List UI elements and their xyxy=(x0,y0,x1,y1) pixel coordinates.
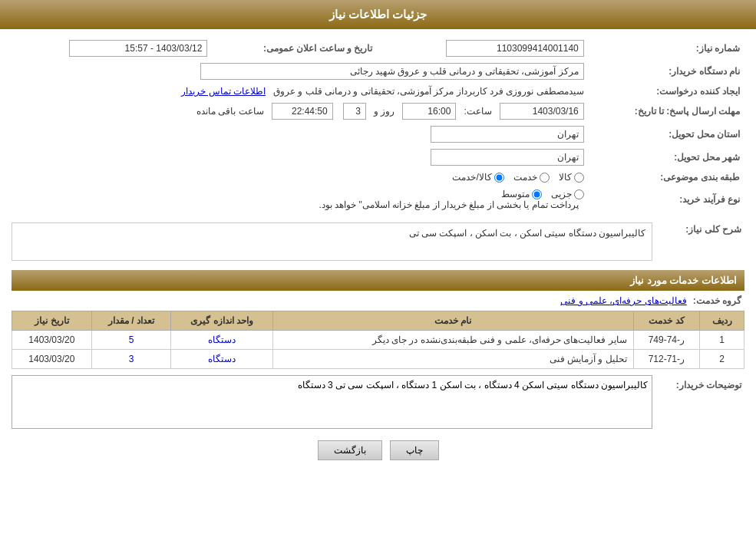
city-label: شهر محل تحویل: xyxy=(589,146,744,169)
cell-count: 3 xyxy=(91,350,171,369)
need-desc-section: شرح کلی نیاز: کالیبراسیون دستگاه سیتی اس… xyxy=(12,219,744,264)
col-code: کد خدمت xyxy=(633,311,700,331)
services-table-head: ردیف کد خدمت نام خدمت واحد اندازه گیری ت… xyxy=(12,311,744,331)
col-name: نام خدمت xyxy=(273,311,634,331)
service-group-label: گروه خدمت: xyxy=(693,295,744,306)
buyer-desc-section: توضیحات خریدار: xyxy=(12,375,744,431)
province-box: تهران xyxy=(431,126,584,143)
radio-motavasset: متوسط xyxy=(501,189,542,199)
col-unit: واحد اندازه گیری xyxy=(171,311,273,331)
services-table: ردیف کد خدمت نام خدمت واحد اندازه گیری ت… xyxy=(12,311,744,369)
need-number-value: 1103099414001140 xyxy=(388,37,588,60)
cell-name: تحلیل و آزمایش فنی xyxy=(273,350,634,369)
cell-unit: دستگاه xyxy=(171,331,273,350)
need-desc-value: کالیبراسیون دستگاه سیتی اسکن ، بت اسکن ،… xyxy=(409,228,645,239)
deadline-row: مهلت ارسال پاسخ: تا تاریخ: 1403/03/16 سا… xyxy=(12,100,744,123)
radio-jozi: جزیی xyxy=(551,189,584,199)
page-header: جزئیات اطلاعات نیاز xyxy=(0,0,756,29)
need-number-row: شماره نیاز: 1103099414001140 تاریخ و ساع… xyxy=(12,37,744,60)
creator-text: سیدمصطفی نوروزی فرد کاربرداز مرکز آموزشی… xyxy=(273,86,584,97)
cell-name: سایر فعالیت‌های حرفه‌ای، علمی و فنی طبقه… xyxy=(273,331,634,350)
date-value: 1403/03/12 - 15:57 xyxy=(12,37,212,60)
purchase-type-label: نوع فرآیند خرید: xyxy=(589,186,744,213)
cell-row: 1 xyxy=(700,331,744,350)
cell-code: ر-74-749 xyxy=(633,331,700,350)
creator-value: سیدمصطفی نوروزی فرد کاربرداز مرکز آموزشی… xyxy=(12,83,589,100)
radio-kala-khadamat: کالا/خدمت xyxy=(452,172,503,183)
cell-date: 1403/03/20 xyxy=(12,331,92,350)
service-group-row: گروه خدمت: فعالیت‌های حرفه‌ای، علمی و فن… xyxy=(12,295,744,306)
col-row: ردیف xyxy=(700,311,744,331)
need-number-label: شماره نیاز: xyxy=(589,37,744,60)
deadline-label: مهلت ارسال پاسخ: تا تاریخ: xyxy=(589,100,744,123)
need-number-box: 1103099414001140 xyxy=(446,40,584,57)
radio-khadamat-label: خدمت xyxy=(513,172,537,183)
purchase-type-row: نوع فرآیند خرید: جزیی متوسط پرداخت تم xyxy=(12,186,744,213)
purchase-desc: پرداخت تمام یا بخشی از مبلغ خریدار از مب… xyxy=(319,199,579,210)
radio-kala-label: کالا xyxy=(559,172,572,183)
city-row: شهر محل تحویل: تهران xyxy=(12,146,744,169)
radio-jozi-input[interactable] xyxy=(574,189,584,199)
radio-kala-input[interactable] xyxy=(574,173,584,183)
category-row: طبقه بندی موضوعی: کالا خدمت xyxy=(12,169,744,186)
buyer-row: نام دستگاه خریدار: مرکز آموزشی، تحقیقاتی… xyxy=(12,60,744,83)
buyer-desc-wrapper xyxy=(12,375,652,431)
back-button[interactable]: بازگشت xyxy=(318,440,382,460)
buyer-label: نام دستگاه خریدار: xyxy=(589,60,744,83)
radio-khadamat-input[interactable] xyxy=(540,173,550,183)
page-wrapper: جزئیات اطلاعات نیاز شماره نیاز: 11030994… xyxy=(0,0,756,560)
radio-kala: کالا xyxy=(559,172,584,183)
need-desc-box: کالیبراسیون دستگاه سیتی اسکن ، بت اسکن ،… xyxy=(12,222,652,261)
buyer-value: مرکز آموزشی، تحقیقاتی و درمانی قلب و عرو… xyxy=(12,60,589,83)
services-table-body: 1 ر-74-749 سایر فعالیت‌های حرفه‌ای، علمی… xyxy=(12,331,744,369)
date-label: تاریخ و ساعت اعلان عمومی: xyxy=(212,37,388,60)
info-table: شماره نیاز: 1103099414001140 تاریخ و ساع… xyxy=(12,37,744,213)
cell-date: 1403/03/20 xyxy=(12,350,92,369)
radio-kala-khadamat-label: کالا/خدمت xyxy=(452,172,491,183)
purchase-radio-group: جزیی متوسط xyxy=(16,189,584,199)
province-value: تهران xyxy=(12,123,589,146)
deadline-time-box: 16:00 xyxy=(402,103,456,120)
table-row: 2 ر-71-712 تحلیل و آزمایش فنی دستگاه 3 1… xyxy=(12,350,744,369)
city-value: تهران xyxy=(12,146,589,169)
deadline-time-label: ساعت: xyxy=(464,106,491,117)
radio-motavasset-input[interactable] xyxy=(532,189,542,199)
deadline-days-box: 3 xyxy=(343,103,366,120)
cell-unit: دستگاه xyxy=(171,350,273,369)
cell-row: 2 xyxy=(700,350,744,369)
creator-link[interactable]: اطلاعات تماس خریدار xyxy=(181,86,266,97)
deadline-values: 1403/03/16 ساعت: 16:00 روز و 3 22:44:50 … xyxy=(12,100,589,123)
need-desc-wrapper: کالیبراسیون دستگاه سیتی اسکن ، بت اسکن ،… xyxy=(12,219,652,264)
category-radio-group: کالا خدمت کالا/خدمت xyxy=(16,172,584,183)
radio-motavasset-label: متوسط xyxy=(501,189,530,199)
radio-khadamat: خدمت xyxy=(513,172,550,183)
radio-kala-khadamat-input[interactable] xyxy=(494,173,504,183)
buyer-box: مرکز آموزشی، تحقیقاتی و درمانی قلب و عرو… xyxy=(200,63,584,80)
cell-count: 5 xyxy=(91,331,171,350)
services-header-title: اطلاعات خدمات مورد نیاز xyxy=(630,275,737,286)
deadline-day-label: روز و xyxy=(374,106,395,117)
table-row: 1 ر-74-749 سایر فعالیت‌های حرفه‌ای، علمی… xyxy=(12,331,744,350)
col-count: تعداد / مقدار xyxy=(91,311,171,331)
buyer-desc-label: توضیحات خریدار: xyxy=(652,375,744,390)
buyer-desc-textarea[interactable] xyxy=(12,375,652,429)
city-box: تهران xyxy=(431,149,584,166)
need-desc-label: شرح کلی نیاز: xyxy=(652,219,744,235)
services-section-header: اطلاعات خدمات مورد نیاز xyxy=(12,270,744,291)
services-table-header-row: ردیف کد خدمت نام خدمت واحد اندازه گیری ت… xyxy=(12,311,744,331)
service-group-value[interactable]: فعالیت‌های حرفه‌ای، علمی و فنی xyxy=(560,295,686,306)
deadline-remaining-box: 22:44:50 xyxy=(272,103,333,120)
province-row: استان محل تحویل: تهران xyxy=(12,123,744,146)
buttons-row: چاپ بازگشت xyxy=(12,440,744,460)
creator-row: ایجاد کننده درخواست: سیدمصطفی نوروزی فرد… xyxy=(12,83,744,100)
page-title: جزئیات اطلاعات نیاز xyxy=(329,8,427,21)
category-label: طبقه بندی موضوعی: xyxy=(589,169,744,186)
date-box: 1403/03/12 - 15:57 xyxy=(69,40,207,57)
creator-label: ایجاد کننده درخواست: xyxy=(589,83,744,100)
print-button[interactable]: چاپ xyxy=(390,440,439,460)
main-content: شماره نیاز: 1103099414001140 تاریخ و ساع… xyxy=(0,29,756,476)
radio-jozi-label: جزیی xyxy=(551,189,572,199)
purchase-type-value: جزیی متوسط پرداخت تمام یا بخشی از مبلغ خ… xyxy=(12,186,589,213)
col-date: تاریخ نیاز xyxy=(12,311,92,331)
deadline-remaining-label: ساعت باقی مانده xyxy=(196,106,264,117)
